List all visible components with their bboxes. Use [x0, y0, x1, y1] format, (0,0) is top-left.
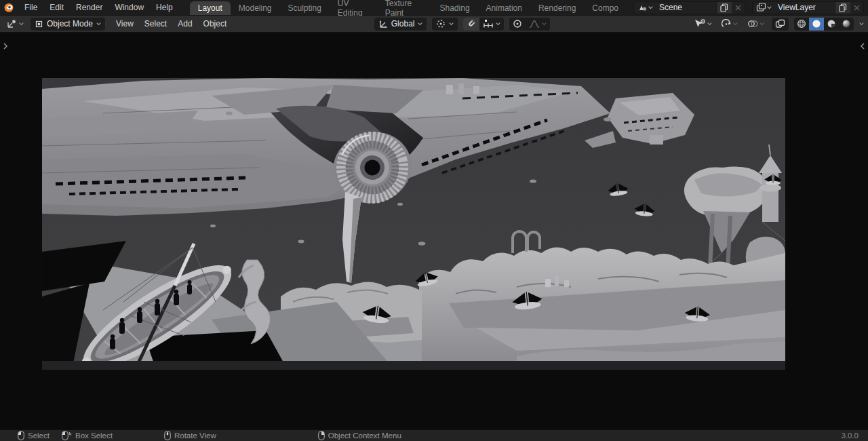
shading-solid-button[interactable] [809, 18, 824, 31]
toolbar-expand-arrow[interactable] [1, 41, 10, 51]
chevron-down-icon [418, 22, 422, 26]
menu-render[interactable]: Render [70, 0, 108, 15]
tab-modeling[interactable]: Modeling [231, 1, 280, 15]
blender-window: File Edit Render Window Help Layout Mode… [0, 0, 868, 441]
menu-file[interactable]: File [18, 0, 43, 15]
hint-label: Object Context Menu [328, 432, 401, 440]
wireframe-sphere-icon [797, 19, 806, 28]
menu-help[interactable]: Help [150, 0, 179, 15]
view-layer-selector: ViewLayer [752, 1, 864, 14]
overlays-toggle[interactable] [745, 19, 766, 28]
close-icon [735, 5, 741, 11]
shading-mode-group [794, 18, 854, 31]
statusbar: Select Box Select Rotate View Object Con… [0, 429, 868, 441]
rocky-island-right [419, 247, 785, 370]
menu-select[interactable]: Select [139, 16, 172, 32]
shading-material-button[interactable] [824, 18, 839, 31]
orientation-label: Global [391, 19, 415, 28]
menu-add[interactable]: Add [172, 16, 197, 32]
menu-view[interactable]: View [111, 16, 139, 32]
transform-orientation-dropdown[interactable]: Global [374, 18, 427, 31]
editor-3d-viewport-icon [7, 19, 17, 28]
hint-label: Rotate View [174, 432, 216, 440]
close-icon [854, 5, 860, 11]
viewport-header: Object Mode View Select Add Object Globa… [0, 16, 868, 33]
visibility-pointer-eye-icon [694, 19, 706, 28]
proportional-edit-group [509, 18, 550, 31]
menu-window[interactable]: Window [108, 0, 150, 15]
keymap-hint-context-menu: Object Context Menu [318, 431, 401, 440]
view-layer-browse-button[interactable] [753, 3, 774, 12]
keymap-hint-select: Select [18, 431, 50, 440]
snap-toggle[interactable] [463, 18, 479, 31]
mouse-middle-icon [164, 431, 171, 440]
snap-settings-dropdown[interactable] [479, 18, 504, 31]
tab-animation[interactable]: Animation [478, 1, 530, 15]
scene-browse-button[interactable] [634, 3, 655, 12]
pivot-point-dropdown[interactable] [432, 18, 458, 31]
chevron-down-icon [542, 22, 547, 26]
workspace-tabs: Layout Modeling Sculpting UV Editing Tex… [190, 0, 627, 15]
tab-uv-editing[interactable]: UV Editing [330, 1, 377, 15]
mouse-left-drag-icon [62, 431, 72, 440]
menu-edit[interactable]: Edit [43, 0, 70, 15]
unlink-scene-button[interactable] [732, 5, 745, 11]
view-layer-name-field[interactable]: ViewLayer [774, 3, 835, 12]
render-bottom-shadow [42, 361, 785, 370]
shading-wireframe-button[interactable] [794, 18, 809, 31]
blender-logo-icon [3, 2, 14, 13]
pivot-point-icon [436, 19, 446, 28]
proportional-falloff-dropdown[interactable] [526, 18, 550, 31]
object-visibility-dropdown[interactable] [692, 19, 714, 28]
new-scene-button[interactable] [716, 2, 732, 14]
chevron-down-icon [96, 22, 101, 26]
copy-icon [720, 3, 728, 12]
tab-texture-paint[interactable]: Texture Paint [377, 1, 432, 15]
scene-icon [637, 3, 648, 12]
new-view-layer-button[interactable] [835, 2, 850, 14]
topbar: File Edit Render Window Help Layout Mode… [0, 0, 868, 16]
chevron-down-icon [648, 5, 653, 9]
gizmo-arc-icon [722, 19, 732, 28]
remove-view-layer-button[interactable] [850, 5, 863, 11]
viewport-3d[interactable] [0, 33, 868, 429]
transform-snap-cluster: Global [374, 18, 551, 31]
tab-compositing[interactable]: Compo [584, 1, 627, 15]
object-mode-icon [35, 20, 43, 28]
shading-dropdown-chevron-icon[interactable] [859, 22, 864, 26]
tab-shading[interactable]: Shading [432, 1, 478, 15]
sidebar-expand-arrow[interactable] [858, 41, 867, 51]
shading-rendered-button[interactable] [839, 18, 854, 31]
menu-object[interactable]: Object [198, 16, 233, 32]
mode-selector[interactable]: Object Mode [31, 18, 105, 31]
editor-type-button[interactable] [4, 18, 26, 31]
chevron-down-icon [19, 22, 24, 26]
chevron-down-icon [760, 22, 764, 26]
magnet-icon [467, 19, 476, 28]
scene-selector: Scene [633, 1, 745, 14]
viewport-render [42, 78, 785, 370]
snap-group [463, 18, 504, 31]
xray-icon [775, 19, 785, 28]
proportional-edit-toggle[interactable] [509, 18, 526, 31]
material-sphere-icon [827, 19, 836, 28]
xray-toggle[interactable] [772, 18, 789, 31]
keymap-hint-box-select: Box Select [62, 431, 113, 440]
topbar-datablocks: Scene [627, 1, 868, 14]
overlays-icon [747, 19, 758, 28]
hint-label: Select [28, 432, 50, 440]
chevron-down-icon [707, 22, 712, 26]
chevron-down-icon [449, 22, 454, 26]
blender-version: 3.0.0 [841, 432, 859, 440]
tab-rendering[interactable]: Rendering [530, 1, 584, 15]
tab-layout[interactable]: Layout [190, 1, 231, 15]
tab-sculpting[interactable]: Sculpting [279, 1, 329, 15]
proportional-edit-icon [513, 19, 522, 28]
scene-name-field[interactable]: Scene [655, 3, 716, 12]
hint-label: Box Select [75, 432, 113, 440]
blender-logo-menu[interactable] [0, 0, 18, 15]
solid-sphere-icon [812, 19, 821, 28]
gizmos-toggle[interactable] [719, 19, 740, 28]
mouse-right-icon [318, 431, 325, 440]
chevron-down-icon [767, 5, 772, 9]
